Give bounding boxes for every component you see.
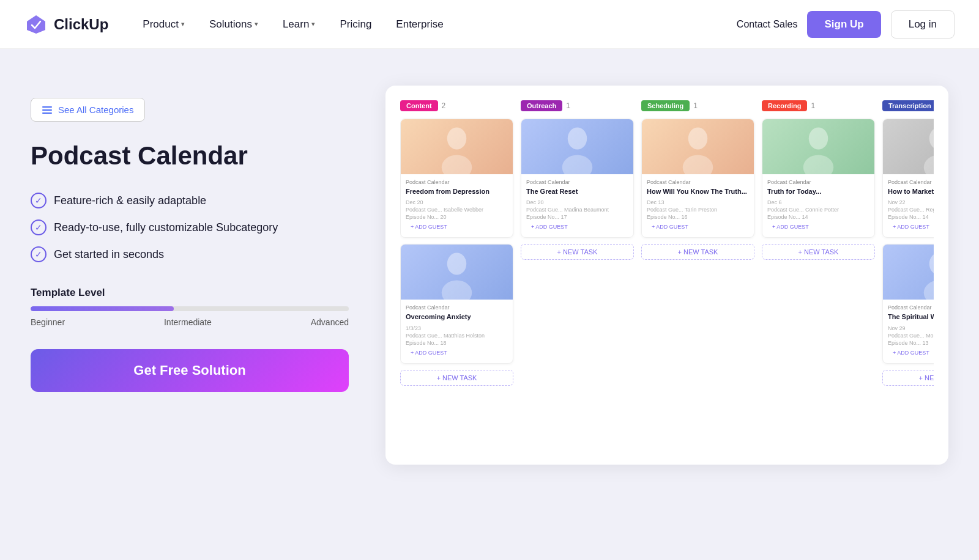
svg-point-3 <box>447 253 467 275</box>
card-image <box>521 119 633 174</box>
feature-item: ✓ Get started in seconds <box>31 246 349 262</box>
svg-point-10 <box>803 155 834 175</box>
column-count: 1 <box>811 101 815 110</box>
nav-pricing[interactable]: Pricing <box>330 13 381 35</box>
kanban-column: Outreach1Podcast CalendarThe Great Reset… <box>521 100 634 386</box>
card-guest: Podcast Gue... Connie Potter <box>767 207 869 213</box>
left-panel: See All Categories Podcast Calendar ✓ Fe… <box>31 86 349 392</box>
card-category: Podcast Calendar <box>406 304 508 311</box>
column-count: 1 <box>693 101 698 110</box>
card-image <box>883 119 934 174</box>
see-all-categories-button[interactable]: See All Categories <box>31 98 145 122</box>
page-title: Podcast Calendar <box>31 141 349 171</box>
level-labels: Beginner Intermediate Advanced <box>31 317 349 327</box>
main-nav: Product ▾ Solutions ▾ Learn ▾ Pricing En… <box>133 13 736 35</box>
new-task-button[interactable]: + NEW TASK <box>882 370 934 386</box>
card-episode: Episode No... 17 <box>526 214 628 220</box>
card-date: Dec 13 <box>647 199 749 205</box>
card-image <box>401 245 513 300</box>
card-image <box>642 119 754 174</box>
add-guest-button[interactable]: + ADD GUEST <box>406 347 508 358</box>
add-guest-button[interactable]: + ADD GUEST <box>406 221 508 232</box>
new-task-button[interactable]: + NEW TASK <box>641 244 754 260</box>
kanban-card[interactable]: Podcast CalendarThe Spiritual Wisdom...N… <box>882 244 934 363</box>
header: ClickUp Product ▾ Solutions ▾ Learn ▾ Pr… <box>0 0 979 49</box>
card-category: Podcast Calendar <box>406 179 508 185</box>
kanban-card[interactable]: Podcast CalendarHow Will You Know The Tr… <box>641 119 754 238</box>
card-episode: Episode No... 20 <box>406 214 508 220</box>
column-header: Content2 <box>400 100 513 111</box>
svg-point-6 <box>562 155 593 175</box>
nav-enterprise[interactable]: Enterprise <box>386 13 453 35</box>
card-date: Nov 29 <box>888 325 934 331</box>
feature-item: ✓ Ready-to-use, fully customizable Subca… <box>31 219 349 235</box>
logo[interactable]: ClickUp <box>24 13 108 36</box>
add-guest-button[interactable]: + ADD GUEST <box>888 221 934 232</box>
card-episode: Episode No... 14 <box>888 214 934 220</box>
card-title: Overcoming Anxiety <box>406 312 508 321</box>
column-tag: Content <box>400 100 438 111</box>
kanban-card[interactable]: Podcast CalendarFreedom from DepressionD… <box>400 119 513 238</box>
kanban-column: Scheduling1Podcast CalendarHow Will You … <box>641 100 754 386</box>
add-guest-button[interactable]: + ADD GUEST <box>526 221 628 232</box>
sign-up-button[interactable]: Sign Up <box>807 11 880 38</box>
kanban-column: Recording1Podcast CalendarTruth for Toda… <box>762 100 875 386</box>
logo-text: ClickUp <box>54 16 108 33</box>
nav-learn[interactable]: Learn ▾ <box>273 13 325 35</box>
add-guest-button[interactable]: + ADD GUEST <box>888 347 934 358</box>
get-free-solution-button[interactable]: Get Free Solution <box>31 349 349 392</box>
card-date: Dec 20 <box>406 199 508 205</box>
contact-sales-link[interactable]: Contact Sales <box>737 19 798 30</box>
card-episode: Episode No... 18 <box>406 340 508 346</box>
card-title: How to Market Like a Pro... <box>888 187 934 196</box>
svg-point-7 <box>688 128 708 150</box>
chevron-down-icon: ▾ <box>255 20 258 28</box>
card-title: Freedom from Depression <box>406 187 508 196</box>
column-count: 2 <box>442 101 446 110</box>
add-guest-button[interactable]: + ADD GUEST <box>647 221 749 232</box>
progress-bar-container <box>31 306 349 311</box>
template-level-label: Template Level <box>31 287 349 299</box>
add-guest-button[interactable]: + ADD GUEST <box>767 221 869 232</box>
right-panel: Content2Podcast CalendarFreedom from Dep… <box>385 86 948 465</box>
features-list: ✓ Feature-rich & easily adaptable ✓ Read… <box>31 193 349 262</box>
nav-product[interactable]: Product ▾ <box>133 13 195 35</box>
card-category: Podcast Calendar <box>888 179 934 185</box>
feature-item: ✓ Feature-rich & easily adaptable <box>31 193 349 208</box>
card-category: Podcast Calendar <box>647 179 749 185</box>
chevron-down-icon: ▾ <box>311 20 315 28</box>
main-content: See All Categories Podcast Calendar ✓ Fe… <box>0 49 979 501</box>
kanban-card[interactable]: Podcast CalendarThe Great ResetDec 20Pod… <box>521 119 634 238</box>
new-task-button[interactable]: + NEW TASK <box>400 370 513 386</box>
card-title: The Great Reset <box>526 187 628 196</box>
kanban-card[interactable]: Podcast CalendarTruth for Today...Dec 6P… <box>762 119 875 238</box>
svg-point-14 <box>924 281 934 300</box>
card-episode: Episode No... 16 <box>647 214 749 220</box>
svg-point-2 <box>442 155 472 175</box>
card-guest: Podcast Gue... Madina Beaumont <box>526 207 628 213</box>
check-icon: ✓ <box>31 246 47 262</box>
new-task-button[interactable]: + NEW TASK <box>521 244 634 260</box>
check-icon: ✓ <box>31 193 47 208</box>
card-guest: Podcast Gue... Isabelle Webber <box>406 207 508 213</box>
check-icon: ✓ <box>31 219 47 235</box>
card-category: Podcast Calendar <box>888 304 934 311</box>
card-image <box>762 119 874 174</box>
svg-marker-0 <box>27 15 45 34</box>
column-header: Recording1 <box>762 100 875 111</box>
new-task-button[interactable]: + NEW TASK <box>762 244 875 260</box>
svg-point-1 <box>447 128 467 150</box>
card-guest: Podcast Gue... Tarin Preston <box>647 207 749 213</box>
nav-solutions[interactable]: Solutions ▾ <box>199 13 268 35</box>
kanban-column: Transcription2Podcast CalendarHow to Mar… <box>882 100 934 386</box>
kanban-card[interactable]: Podcast CalendarOvercoming Anxiety1/3/23… <box>400 244 513 363</box>
svg-point-11 <box>929 128 934 150</box>
kanban-card[interactable]: Podcast CalendarHow to Market Like a Pro… <box>882 119 934 238</box>
svg-point-4 <box>442 281 472 300</box>
card-date: Nov 22 <box>888 199 934 205</box>
log-in-button[interactable]: Log in <box>891 10 955 39</box>
card-title: How Will You Know The Truth... <box>647 187 749 196</box>
column-tag: Scheduling <box>641 100 690 111</box>
svg-point-12 <box>924 155 934 175</box>
column-header: Outreach1 <box>521 100 634 111</box>
